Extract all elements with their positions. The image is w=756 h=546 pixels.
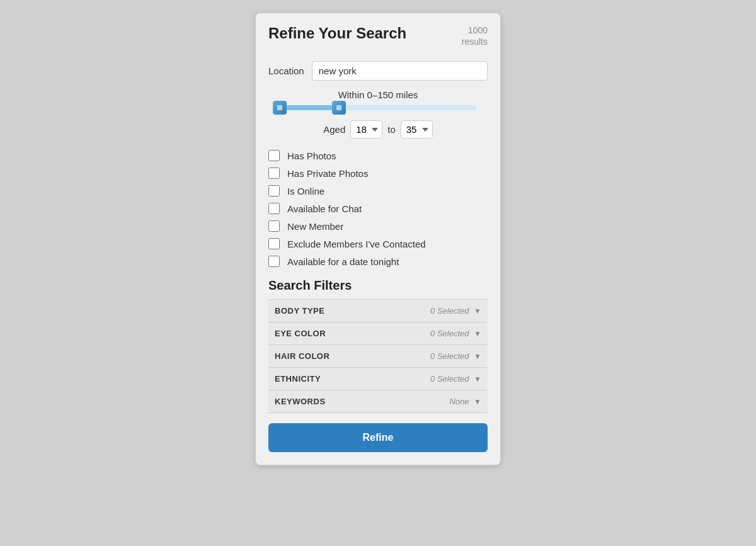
age-label: Aged [323, 124, 345, 135]
filter-ethnicity-name: ETHNICITY [268, 368, 381, 390]
checkbox-available-tonight[interactable]: Available for a date tonight [268, 256, 488, 267]
checkbox-group: Has Photos Has Private Photos Is Online … [268, 150, 488, 267]
age-from-select[interactable]: 18 19 20 25 30 35 40 [350, 120, 382, 139]
checkbox-has-private-photos[interactable]: Has Private Photos [268, 168, 488, 179]
filter-eye-color-value: 0 Selected ▼ [381, 322, 488, 345]
result-count: 1000 results [462, 25, 488, 47]
checkbox-available-chat[interactable]: Available for Chat [268, 203, 488, 214]
new-member-checkbox[interactable] [268, 220, 280, 232]
filter-hair-color-name: HAIR COLOR [268, 345, 381, 368]
location-input[interactable] [312, 61, 488, 81]
panel-body: Location Within 0–150 miles Aged 18 19 2… [256, 55, 500, 413]
filter-table: BODY TYPE 0 Selected ▼ EYE COLOR 0 Selec… [268, 299, 488, 413]
has-photos-checkbox[interactable] [268, 150, 280, 161]
available-tonight-checkbox[interactable] [268, 256, 280, 267]
slider-thumb-left[interactable] [273, 101, 287, 115]
filter-ethnicity-value: 0 Selected ▼ [381, 368, 488, 390]
location-label: Location [268, 65, 304, 76]
exclude-contacted-checkbox[interactable] [268, 238, 280, 249]
has-private-photos-checkbox[interactable] [268, 168, 280, 179]
checkbox-has-photos[interactable]: Has Photos [268, 150, 488, 161]
filter-body-type-value: 0 Selected ▼ [381, 300, 488, 322]
result-number: 1000 [468, 25, 488, 35]
age-to-select[interactable]: 25 30 35 40 45 50 55 60 [401, 120, 433, 139]
hair-color-arrow-icon: ▼ [471, 352, 481, 361]
available-chat-label: Available for Chat [287, 203, 362, 214]
refine-search-panel: Refine Your Search 1000 results Location… [255, 13, 501, 465]
filter-hair-color-value: 0 Selected ▼ [381, 345, 488, 368]
is-online-checkbox[interactable] [268, 185, 280, 196]
exclude-contacted-label: Exclude Members I've Contacted [287, 239, 426, 249]
filter-eye-color[interactable]: EYE COLOR 0 Selected ▼ [268, 322, 488, 345]
location-row: Location [268, 61, 488, 81]
has-photos-label: Has Photos [287, 151, 336, 161]
distance-label: Within 0–150 miles [268, 89, 488, 100]
ethnicity-arrow-icon: ▼ [471, 375, 481, 384]
checkbox-new-member[interactable]: New Member [268, 220, 488, 232]
filter-keywords-name: KEYWORDS [268, 390, 381, 413]
slider-track [280, 105, 476, 110]
is-online-label: Is Online [287, 186, 324, 196]
result-label: results [462, 37, 488, 47]
panel-title: Refine Your Search [268, 25, 406, 42]
available-chat-checkbox[interactable] [268, 203, 280, 214]
slider-thumb-right[interactable] [332, 101, 346, 115]
checkbox-exclude-contacted[interactable]: Exclude Members I've Contacted [268, 238, 488, 249]
filter-ethnicity[interactable]: ETHNICITY 0 Selected ▼ [268, 368, 488, 390]
distance-slider[interactable] [268, 105, 488, 110]
slider-fill [280, 105, 339, 110]
filter-body-type[interactable]: BODY TYPE 0 Selected ▼ [268, 300, 488, 322]
new-member-label: New Member [287, 221, 343, 232]
filter-body-type-name: BODY TYPE [268, 300, 381, 322]
refine-button[interactable]: Refine [268, 423, 488, 452]
has-private-photos-label: Has Private Photos [287, 168, 368, 179]
filter-hair-color[interactable]: HAIR COLOR 0 Selected ▼ [268, 345, 488, 368]
filter-keywords-value: None ▼ [381, 390, 488, 413]
age-to-label: to [387, 124, 396, 135]
eye-color-arrow-icon: ▼ [471, 329, 481, 338]
filter-keywords[interactable]: KEYWORDS None ▼ [268, 390, 488, 413]
checkbox-is-online[interactable]: Is Online [268, 185, 488, 196]
search-filters-title: Search Filters [268, 278, 488, 293]
age-row: Aged 18 19 20 25 30 35 40 to 25 30 35 40… [268, 120, 488, 139]
filter-eye-color-name: EYE COLOR [268, 322, 381, 345]
panel-header: Refine Your Search 1000 results [256, 13, 500, 55]
available-tonight-label: Available for a date tonight [287, 256, 399, 267]
body-type-arrow-icon: ▼ [471, 307, 481, 316]
keywords-arrow-icon: ▼ [471, 397, 481, 406]
